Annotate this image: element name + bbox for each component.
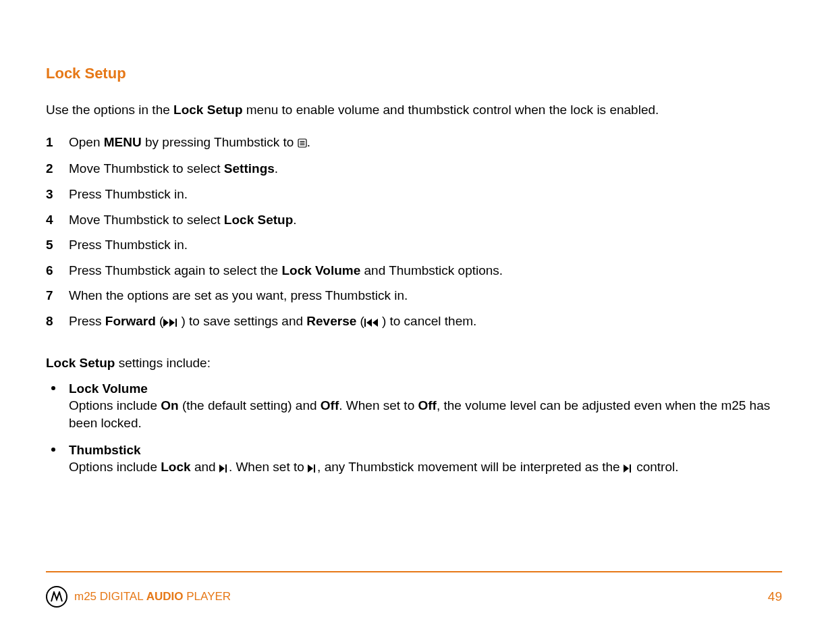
footer-line: m25 DIGITAL AUDIO PLAYER 49 — [46, 586, 782, 608]
step-number: 7 — [46, 287, 69, 304]
intro-post: menu to enable volume and thumbstick con… — [242, 103, 659, 117]
bullet-bold: On — [161, 398, 178, 412]
menu-icon — [298, 135, 307, 153]
bullet-bold: Off — [321, 398, 339, 412]
step-body: Press Thumbstick in. — [69, 236, 782, 254]
svg-rect-11 — [225, 464, 227, 473]
bullet-text: and — [191, 460, 219, 474]
bullet-body: Lock Volume Options include On (the defa… — [69, 380, 782, 432]
bullet-marker — [46, 380, 69, 432]
bullet-text: . When set to — [339, 398, 418, 412]
bullet-title: Lock Volume — [69, 381, 148, 396]
bullet-thumbstick: Thumbstick Options include Lock and . Wh… — [46, 441, 782, 477]
step-text: Press — [69, 314, 105, 328]
play-next-icon — [624, 460, 633, 477]
step-text: Move Thumbstick to select — [69, 161, 224, 176]
bullet-marker — [46, 441, 69, 477]
step-body: When the options are set as you want, pr… — [69, 287, 782, 304]
step-text: . — [293, 213, 296, 227]
step-text: ) to cancel them. — [382, 314, 476, 328]
svg-marker-12 — [308, 464, 313, 473]
step-body: Move Thumbstick to select Settings. — [69, 160, 782, 178]
svg-marker-8 — [366, 319, 372, 327]
settings-intro-rest: settings include: — [115, 356, 211, 370]
step-7: 7 When the options are set as you want, … — [46, 287, 782, 304]
step-text: Move Thumbstick to select — [69, 213, 224, 227]
step-body: Press Forward () to save settings and Re… — [69, 313, 782, 331]
document-page: Lock Setup Use the options in the Lock S… — [0, 0, 828, 644]
step-8: 8 Press Forward () to save settings and … — [46, 313, 782, 331]
step-text: ( — [156, 314, 164, 328]
footer-rule — [46, 571, 782, 572]
bullet-text: Options include — [69, 398, 161, 412]
page-number: 49 — [768, 589, 782, 604]
step-bold: Forward — [105, 314, 156, 328]
bullet-title: Thumbstick — [69, 443, 141, 457]
step-bold: Settings — [224, 161, 275, 176]
bullet-bold: Lock — [161, 460, 190, 474]
step-bold: MENU — [104, 135, 142, 149]
step-3: 3 Press Thumbstick in. — [46, 186, 782, 203]
intro-bold: Lock Setup — [173, 103, 242, 117]
motorola-logo-icon — [46, 586, 67, 608]
step-bold: Lock Volume — [281, 263, 360, 277]
svg-rect-15 — [630, 464, 631, 473]
play-next-icon — [308, 460, 317, 477]
step-number: 4 — [46, 211, 69, 229]
step-number: 2 — [46, 160, 69, 178]
step-number: 3 — [46, 186, 69, 203]
bullet-bold: Off — [418, 398, 437, 412]
step-body: Move Thumbstick to select Lock Setup. — [69, 211, 782, 229]
bullet-body: Thumbstick Options include Lock and . Wh… — [69, 441, 782, 477]
step-text: and Thumbstick options. — [360, 263, 503, 277]
step-body: Open MENU by pressing Thumbstick to . — [69, 134, 782, 153]
step-body: Press Thumbstick again to select the Loc… — [69, 262, 782, 279]
bullet-text: . When set to — [229, 460, 308, 474]
step-5: 5 Press Thumbstick in. — [46, 236, 782, 254]
page-footer: m25 DIGITAL AUDIO PLAYER 49 — [46, 571, 782, 608]
svg-marker-5 — [169, 319, 175, 327]
svg-rect-13 — [314, 464, 315, 473]
step-number: 1 — [46, 134, 69, 153]
step-bold: Lock Setup — [224, 213, 293, 227]
section-heading: Lock Setup — [46, 65, 782, 82]
settings-intro-bold: Lock Setup — [46, 356, 115, 370]
svg-rect-6 — [175, 319, 177, 327]
step-4: 4 Move Thumbstick to select Lock Setup. — [46, 211, 782, 229]
svg-marker-4 — [163, 319, 169, 327]
step-list: 1 Open MENU by pressing Thumbstick to . … — [46, 134, 782, 331]
reverse-icon — [364, 314, 382, 331]
brand-pre: m25 DIGITAL — [74, 590, 146, 603]
step-1: 1 Open MENU by pressing Thumbstick to . — [46, 134, 782, 153]
step-2: 2 Move Thumbstick to select Settings. — [46, 160, 782, 178]
svg-marker-14 — [624, 464, 629, 473]
svg-marker-9 — [372, 319, 378, 327]
step-text: . — [275, 161, 278, 176]
step-body: Press Thumbstick in. — [69, 186, 782, 203]
settings-intro: Lock Setup settings include: — [46, 356, 782, 371]
step-text: Press Thumbstick again to select the — [69, 263, 281, 277]
step-text: Open — [69, 135, 104, 149]
step-number: 6 — [46, 262, 69, 279]
bullet-lock-volume: Lock Volume Options include On (the defa… — [46, 380, 782, 432]
footer-brand: m25 DIGITAL AUDIO PLAYER — [74, 590, 231, 603]
intro-paragraph: Use the options in the Lock Setup menu t… — [46, 101, 782, 119]
footer-left: m25 DIGITAL AUDIO PLAYER — [46, 586, 231, 608]
bullet-text: Options include — [69, 460, 161, 474]
bullet-list: Lock Volume Options include On (the defa… — [46, 380, 782, 477]
step-text: ) to save settings and — [181, 314, 306, 328]
step-bold: Reverse — [306, 314, 356, 328]
step-number: 8 — [46, 313, 69, 331]
brand-post: PLAYER — [184, 590, 231, 603]
step-text: by pressing Thumbstick to — [142, 135, 298, 149]
step-text: . — [307, 135, 310, 149]
step-number: 5 — [46, 236, 69, 254]
bullet-text: (the default setting) and — [179, 398, 321, 412]
svg-marker-10 — [219, 464, 225, 473]
play-next-icon — [219, 460, 229, 477]
step-text: ( — [356, 314, 364, 328]
forward-icon — [163, 314, 181, 331]
svg-rect-7 — [364, 319, 366, 327]
intro-pre: Use the options in the — [46, 103, 173, 117]
bullet-text: , any Thumbstick movement will be interp… — [317, 460, 624, 474]
